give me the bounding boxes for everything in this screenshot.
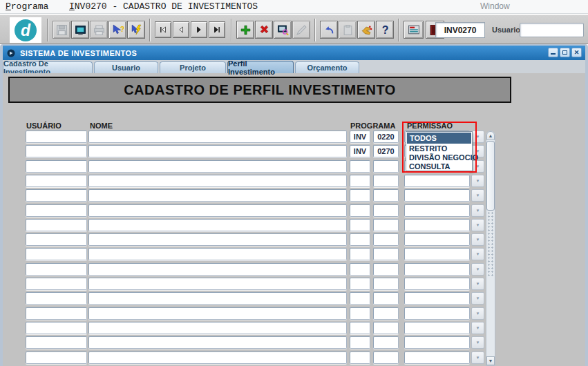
programa-numero-field[interactable] xyxy=(373,278,399,290)
nome-field[interactable] xyxy=(88,278,347,290)
programa-numero-field[interactable] xyxy=(373,248,399,260)
nome-field[interactable] xyxy=(88,292,347,305)
grant-permission-button[interactable] xyxy=(357,21,375,39)
execute-wizard-button[interactable] xyxy=(127,21,145,39)
dropdown-option[interactable]: CONSULTA xyxy=(406,162,472,171)
print-button[interactable] xyxy=(90,21,108,39)
programa-modulo-field[interactable] xyxy=(350,278,370,290)
menu-button[interactable] xyxy=(404,21,424,39)
programa-numero-field[interactable] xyxy=(373,189,399,202)
usuario-field[interactable] xyxy=(26,351,87,364)
usuario-field[interactable] xyxy=(26,292,87,305)
usuario-field[interactable] xyxy=(26,131,87,143)
nav-first-button[interactable] xyxy=(155,21,171,38)
undo-button[interactable] xyxy=(320,21,338,39)
permissao-dropdown-button[interactable]: ▼ xyxy=(471,189,484,202)
programa-modulo-field[interactable] xyxy=(350,160,370,173)
scroll-down-button[interactable]: ▼ xyxy=(486,356,495,365)
program-code-field[interactable]: INV0270 xyxy=(435,22,485,38)
nome-field[interactable] xyxy=(88,160,347,173)
permissao-field[interactable] xyxy=(404,263,470,276)
nome-field[interactable] xyxy=(88,307,347,320)
programa-numero-field[interactable] xyxy=(373,322,399,334)
programa-numero-field[interactable] xyxy=(373,175,399,187)
programa-modulo-field[interactable] xyxy=(350,336,370,349)
programa-modulo-field[interactable] xyxy=(350,175,370,187)
permissao-dropdown-button[interactable]: ▼ xyxy=(471,336,484,349)
help-wizard-button[interactable]: ? xyxy=(108,21,126,39)
programa-modulo-field[interactable] xyxy=(350,204,370,217)
permissao-field[interactable] xyxy=(404,233,470,246)
permissao-dropdown-button[interactable]: ▼ xyxy=(471,219,484,231)
permissao-field[interactable] xyxy=(404,189,470,202)
nome-field[interactable] xyxy=(88,189,347,202)
usuario-field[interactable] xyxy=(26,336,87,349)
usuario-field[interactable] xyxy=(26,233,87,246)
permissao-dropdown-button[interactable]: ▼ xyxy=(471,292,484,305)
insert-record-button[interactable] xyxy=(236,21,254,39)
programa-numero-field[interactable] xyxy=(373,145,399,157)
nome-field[interactable] xyxy=(88,219,347,231)
programa-modulo-field[interactable] xyxy=(350,292,370,305)
nome-field[interactable] xyxy=(88,263,347,276)
tab-perfil-investimento[interactable]: Perfil Investimento xyxy=(227,61,294,73)
usuario-field[interactable] xyxy=(26,263,87,276)
dropdown-option[interactable]: TODOS xyxy=(407,133,471,144)
tab-cadastro-de-investimento[interactable]: Cadastro De Investimento xyxy=(3,61,93,73)
permissao-dropdown-button[interactable]: ▼ xyxy=(471,233,484,246)
permissao-field[interactable] xyxy=(404,336,470,349)
permissao-field[interactable] xyxy=(404,248,470,260)
usuario-field[interactable] xyxy=(26,175,87,187)
usuario-field[interactable] xyxy=(26,219,87,231)
close-button[interactable]: ✕ xyxy=(571,48,582,57)
programa-modulo-field[interactable] xyxy=(350,145,370,157)
save-button[interactable] xyxy=(53,21,70,39)
programa-numero-field[interactable] xyxy=(373,204,399,217)
permissao-dropdown-button[interactable]: ▼ xyxy=(471,204,484,217)
permissao-field[interactable] xyxy=(404,175,470,187)
tab-projeto[interactable]: Projeto xyxy=(160,61,226,73)
programa-numero-field[interactable] xyxy=(373,351,399,364)
permissao-field[interactable] xyxy=(404,322,470,334)
permissao-dropdown-button[interactable]: ▼ xyxy=(471,307,484,320)
nome-field[interactable] xyxy=(88,233,347,246)
tab-orcamento[interactable]: Orçamento xyxy=(295,61,359,73)
permissao-dropdown-button[interactable]: ▼ xyxy=(471,351,484,364)
permissao-field[interactable] xyxy=(404,278,470,290)
programa-numero-field[interactable] xyxy=(373,307,399,320)
scrollbar-thumb[interactable] xyxy=(486,141,495,211)
permissao-field[interactable] xyxy=(404,292,470,305)
programa-modulo-field[interactable] xyxy=(350,219,370,231)
programa-numero-field[interactable] xyxy=(373,219,399,231)
programa-numero-field[interactable] xyxy=(373,160,399,173)
nome-field[interactable] xyxy=(88,204,347,217)
usuario-toolbar-input[interactable] xyxy=(520,23,584,37)
dropdown-option[interactable]: DIVISÃO NEGOCIO xyxy=(406,153,472,162)
programa-modulo-field[interactable] xyxy=(350,322,370,334)
programa-modulo-field[interactable] xyxy=(350,248,370,260)
usuario-field[interactable] xyxy=(26,189,87,202)
maximize-button[interactable] xyxy=(560,48,570,57)
nome-field[interactable] xyxy=(88,336,347,349)
permissao-field[interactable] xyxy=(404,307,470,320)
usuario-field[interactable] xyxy=(26,278,87,290)
usuario-field[interactable] xyxy=(26,204,87,217)
usuario-field[interactable] xyxy=(26,248,87,260)
programa-modulo-field[interactable] xyxy=(350,351,370,364)
delete-record-button[interactable] xyxy=(255,21,273,39)
programa-numero-field[interactable] xyxy=(373,233,399,246)
commit-screen-button[interactable] xyxy=(71,21,89,39)
help-button[interactable]: ? xyxy=(376,21,394,39)
query-button[interactable] xyxy=(274,21,292,39)
permissao-field[interactable] xyxy=(404,351,470,364)
nav-next-button[interactable] xyxy=(191,21,207,38)
permissao-field[interactable] xyxy=(404,204,470,217)
nav-prev-button[interactable] xyxy=(173,21,189,38)
permissao-dropdown-button[interactable]: ▼ xyxy=(471,322,484,334)
tab-usuario[interactable]: Usuario xyxy=(94,61,158,73)
nav-last-button[interactable] xyxy=(209,21,225,38)
dropdown-option[interactable]: RESTRITO xyxy=(406,144,472,153)
programa-modulo-field[interactable] xyxy=(350,307,370,320)
nome-field[interactable] xyxy=(88,322,347,334)
scroll-up-button[interactable]: ▲ xyxy=(486,131,495,140)
